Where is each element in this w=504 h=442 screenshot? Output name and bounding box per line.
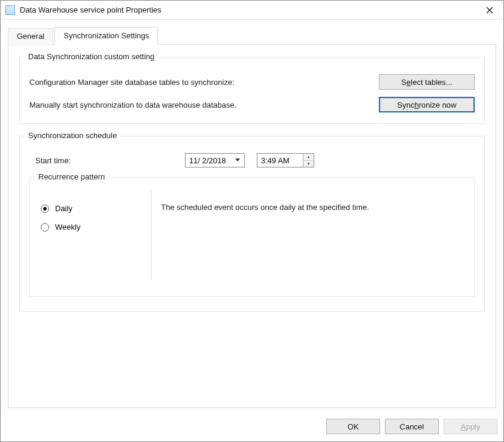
group-custom-sync: Data Synchronization custom setting Conf…: [19, 57, 485, 124]
radio-weekly[interactable]: Weekly: [41, 222, 145, 231]
tab-general[interactable]: General: [8, 28, 53, 46]
ok-label: OK: [348, 422, 359, 431]
tab-sync-label: Synchronization Settings: [63, 31, 149, 40]
tab-general-label: General: [17, 32, 44, 41]
titlebar: Data Warehouse service point Properties: [1, 1, 503, 20]
chevron-down-icon: [233, 158, 242, 162]
dialog-footer: OK Cancel Apply: [1, 413, 503, 441]
tab-sync-settings[interactable]: Synchronization Settings: [54, 27, 158, 45]
label-start-time: Start time:: [35, 156, 173, 165]
date-picker[interactable]: 11/ 2/2018: [185, 153, 245, 167]
btn-text-pre: S: [401, 78, 406, 87]
radio-dot-icon: [41, 205, 49, 213]
client-area: General Synchronization Settings Data Sy…: [1, 20, 503, 413]
btn-text-post: lect tables...: [411, 78, 452, 87]
cancel-label: Cancel: [400, 422, 424, 431]
synchronize-now-button[interactable]: Synchronize now: [379, 97, 475, 112]
spinner-up-icon[interactable]: ▲: [303, 154, 314, 161]
ok-button[interactable]: OK: [326, 419, 380, 434]
window-icon: [5, 5, 15, 15]
radio-daily-label: Daily: [55, 204, 72, 213]
btn-text-post: ronize now: [419, 100, 457, 109]
select-tables-button[interactable]: Select tables...: [379, 74, 475, 90]
time-picker[interactable]: 3:49 AM ▲ ▼: [257, 153, 314, 167]
recurrence-description: The scheduled event occurs once daily at…: [151, 187, 467, 282]
group-schedule-title: Synchronization schedule: [26, 131, 119, 140]
label-manual-sync: Manually start synchronization to data w…: [29, 100, 379, 109]
apply-button: Apply: [444, 419, 497, 434]
apply-post: pply: [466, 422, 480, 431]
radio-weekly-label: Weekly: [55, 222, 80, 231]
group-custom-title: Data Synchronization custom setting: [26, 52, 157, 61]
time-spinner[interactable]: ▲ ▼: [303, 154, 314, 167]
tab-strip: General Synchronization Settings: [8, 27, 496, 45]
cancel-button[interactable]: Cancel: [385, 419, 439, 434]
group-recurrence-title: Recurrence pattern: [36, 172, 107, 181]
spinner-down-icon[interactable]: ▼: [303, 161, 314, 167]
radio-daily[interactable]: Daily: [41, 204, 145, 213]
dialog-window: Data Warehouse service point Properties …: [0, 0, 504, 442]
group-schedule: Synchronization schedule Start time: 11/…: [19, 136, 485, 312]
date-value: 11/ 2/2018: [189, 156, 226, 165]
recurrence-options: Daily Weekly: [37, 187, 151, 282]
close-button[interactable]: [476, 1, 503, 20]
btn-text-ul: h: [414, 100, 418, 109]
label-config-tables: Configuration Manager site database tabl…: [29, 78, 379, 87]
row-select-tables: Configuration Manager site database tabl…: [29, 74, 475, 90]
group-recurrence: Recurrence pattern Daily Weekly: [29, 177, 475, 297]
time-value: 3:49 AM: [257, 156, 303, 165]
recurrence-body: Daily Weekly The scheduled event occurs …: [37, 187, 467, 282]
radio-dot-icon: [41, 223, 49, 231]
row-sync-now: Manually start synchronization to data w…: [29, 97, 475, 112]
btn-text-pre: Sync: [397, 100, 414, 109]
close-icon: [486, 7, 493, 14]
tab-panel: Data Synchronization custom setting Conf…: [8, 44, 496, 408]
window-title: Data Warehouse service point Properties: [20, 5, 476, 14]
row-start-time: Start time: 11/ 2/2018 3:49 AM ▲ ▼: [32, 153, 475, 167]
